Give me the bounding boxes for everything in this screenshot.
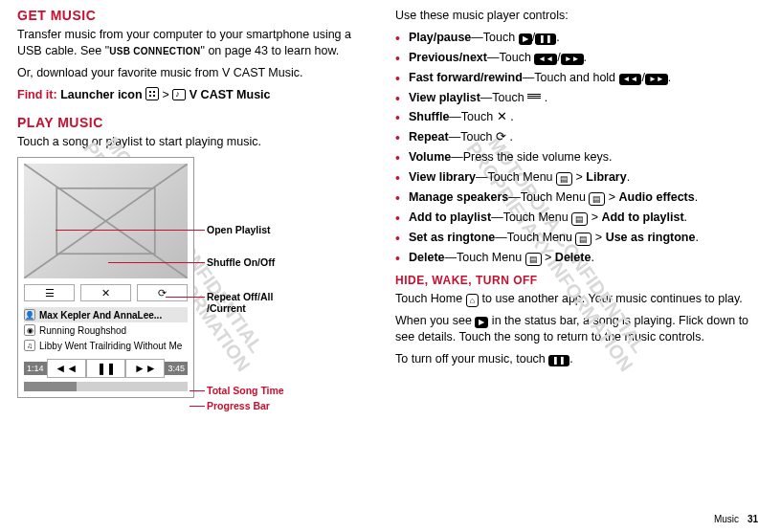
playlist-icon	[527, 93, 541, 102]
home-icon: ⌂	[466, 294, 479, 307]
track-title: Libby Went Trailriding Without Me	[39, 341, 182, 351]
text: —Touch Menu	[491, 211, 571, 224]
callout-line	[56, 230, 205, 231]
shuffle-button[interactable]: ✕	[80, 284, 131, 301]
text: To turn off your music, touch	[395, 352, 548, 366]
next-icon: ►►	[561, 54, 584, 65]
play-music-para: Touch a song or playlist to start playin…	[17, 134, 376, 150]
callout-line	[108, 262, 205, 263]
repeat-button[interactable]: ⟳	[137, 284, 188, 301]
pause-icon: ❚❚	[548, 355, 569, 366]
hide-para1: Touch Home ⌂ to use another app. Your mu…	[395, 291, 754, 307]
label: View playlist	[409, 91, 480, 104]
callout-progress: Progress Bar	[207, 400, 270, 411]
list-item: Delete—Touch Menu ▤ > Delete.	[395, 250, 754, 266]
pause-button[interactable]: ❚❚	[86, 359, 125, 378]
prev-icon: ◄◄	[619, 74, 642, 85]
label: Play/pause	[409, 31, 471, 44]
label: Fast forward/rewind	[409, 71, 523, 84]
target: Use as ringtone	[606, 231, 696, 244]
callout-repeat: Repeat Off/All /Current	[207, 291, 293, 314]
list-item: Add to playlist—Touch Menu ▤ > Add to pl…	[395, 210, 754, 226]
label: Repeat	[409, 130, 449, 144]
menu-icon: ▤	[589, 192, 605, 206]
list-item: Shuffle—Touch ✕ .	[395, 109, 754, 125]
label: Previous/next	[409, 51, 487, 64]
controls-intro: Use these music player controls:	[395, 8, 754, 24]
track-row-current[interactable]: 👤 Max Kepler And AnnaLee...	[24, 307, 188, 322]
get-music-para2: Or, download your favorite music from V …	[17, 65, 376, 81]
menu-icon: ▤	[571, 212, 588, 226]
callout-line	[190, 406, 205, 407]
text: —Touch Menu	[476, 170, 556, 184]
text: —Touch Menu	[495, 231, 575, 244]
footer-page-number: 31	[748, 514, 758, 524]
target: Library	[586, 170, 626, 184]
prev-icon: ◄◄	[534, 54, 557, 65]
shuffle-icon: ✕	[497, 110, 507, 123]
list-item: Fast forward/rewind—Touch and hold ◄◄/►►…	[395, 70, 754, 86]
vcast-label: V CAST Music	[190, 88, 271, 101]
target: Delete	[555, 251, 591, 264]
menu-icon: ▤	[525, 253, 542, 266]
find-it-line: Find it: Launcher icon > V CAST Music	[17, 87, 376, 103]
find-it-label: Find it:	[17, 88, 57, 101]
menu-icon: ▤	[575, 233, 591, 246]
hide-para3: To turn off your music, touch ❚❚.	[395, 351, 754, 367]
callout-open-playlist: Open Playlist	[207, 224, 271, 235]
label: Manage speakers	[409, 190, 508, 204]
disc-icon: ◉	[24, 324, 35, 336]
open-playlist-button[interactable]: ☰	[24, 284, 75, 301]
heading-get-music: GET MUSIC	[17, 8, 376, 23]
repeat-icon: ⟳	[496, 130, 506, 144]
label: Set as ringtone	[409, 231, 495, 244]
text: —Press the side volume keys.	[451, 150, 612, 164]
callout-line	[166, 297, 205, 298]
heading-play-music: PLAY MUSIC	[17, 115, 376, 130]
callout-line	[190, 390, 205, 391]
menu-icon: ▤	[556, 172, 572, 186]
label: View library	[409, 170, 476, 184]
track-row[interactable]: ♫ Libby Went Trailriding Without Me	[24, 338, 188, 353]
get-music-para1: Transfer music from your computer to you…	[17, 27, 376, 59]
track-row[interactable]: ◉ Running Roughshod	[24, 322, 188, 338]
person-icon: 👤	[24, 309, 35, 321]
list-item: View library—Touch Menu ▤ > Library.	[395, 169, 754, 186]
list-item: View playlist—Touch .	[395, 90, 754, 106]
label: Shuffle	[409, 110, 449, 123]
text: .	[569, 352, 572, 366]
pause-icon: ❚❚	[535, 33, 556, 45]
play-icon: ▶	[519, 33, 532, 45]
elapsed-time: 1:14	[24, 362, 47, 375]
text: —Touch	[471, 31, 518, 44]
progress-bar[interactable]	[24, 382, 188, 391]
label: Volume	[409, 150, 451, 164]
page-footer: Music 31	[714, 514, 758, 524]
hide-para2: When you see ▶ in the status bar, a song…	[395, 313, 754, 345]
text: —Touch	[480, 91, 527, 104]
player-toolbar: ☰ ✕ ⟳	[24, 284, 188, 301]
track-title: Running Roughshod	[39, 325, 126, 336]
track-title: Max Kepler And AnnaLee...	[39, 310, 162, 321]
target: Add to playlist	[601, 211, 683, 224]
next-button[interactable]: ►►	[125, 359, 165, 378]
album-art	[24, 164, 188, 278]
text: When you see	[395, 314, 475, 327]
list-item: Play/pause—Touch ▶/❚❚.	[395, 30, 754, 46]
launcher-icon-label: Launcher icon	[60, 88, 142, 101]
play-status-icon: ▶	[475, 317, 488, 328]
text: " on page 43 to learn how.	[200, 44, 339, 57]
right-column: Use these music player controls: Play/pa…	[386, 8, 764, 398]
prev-button[interactable]: ◄◄	[47, 359, 86, 378]
text: to use another app. Your music continues…	[479, 292, 743, 305]
note-icon: ♫	[24, 340, 35, 351]
music-icon	[172, 89, 186, 100]
text: —Touch Menu	[508, 190, 589, 204]
text: —Touch	[449, 130, 496, 144]
text: —Touch and hold	[523, 71, 619, 84]
controls-list: Play/pause—Touch ▶/❚❚. Previous/next—Tou…	[395, 30, 754, 266]
music-player-mock: ☰ ✕ ⟳ 👤 Max Kepler And AnnaLee... ◉ Runn…	[17, 157, 194, 398]
label: Delete	[409, 251, 445, 264]
text: Touch Home	[395, 292, 466, 305]
track-list: 👤 Max Kepler And AnnaLee... ◉ Running Ro…	[24, 307, 188, 353]
